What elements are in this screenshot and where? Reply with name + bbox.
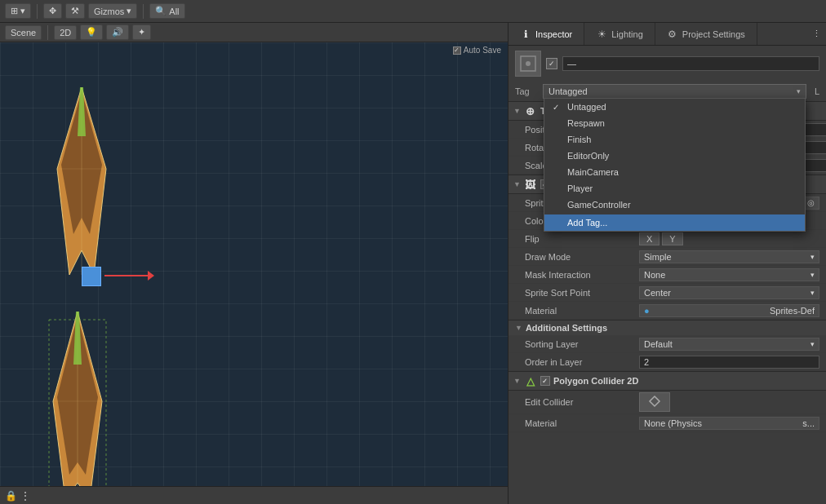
auto-save-checkbox[interactable]: ✓ [453,46,461,55]
sorting-layer-value: Default ▾ [639,338,819,351]
mask-interaction-label: Mask Interaction [525,270,639,280]
collider-material-dropdown[interactable]: None (Physics s... [639,417,819,430]
svg-marker-4 [78,87,86,136]
scene-toolbar-3d[interactable]: 2D [54,25,77,40]
scene-toolbar-fx[interactable]: ✦ [132,24,151,40]
material-icon: ● [644,306,650,316]
checkmark-icon: ✓ [553,103,562,112]
draw-mode-text: Simple [644,252,672,262]
inspector-tab-icon: ℹ [520,29,531,40]
tag-option-label: Player [567,183,593,193]
sprite-sort-point-text: Center [644,288,671,298]
collider-material-row: Material None (Physics s... [508,414,826,432]
svg-marker-13 [650,396,659,406]
tab-project-settings[interactable]: ⚙ Project Settings [655,23,757,45]
mask-interaction-text: None [644,270,665,280]
edit-collider-button[interactable] [639,392,670,412]
tag-dropdown-menu: ✓ Untagged Respawn Finish [544,98,806,232]
toolbar-btn-move[interactable]: ✥ [43,3,62,19]
scene-tab[interactable]: Scene [5,25,42,40]
draw-mode-label: Draw Mode [525,252,639,262]
transform-icon: ⊕ [524,104,537,117]
material-dropdown[interactable]: ● Sprites-Def [639,304,819,317]
tag-option-label: Untagged [567,102,606,112]
transform-arrow-icon: ▼ [513,107,521,115]
gizmos-label: Gizmos [94,7,124,16]
project-settings-tab-icon: ⚙ [667,29,678,40]
tab-inspector[interactable]: ℹ Inspector [508,23,584,45]
gizmos-arrow-icon: ▾ [127,6,131,16]
sorting-layer-arrow: ▾ [810,340,815,348]
flip-x-button[interactable]: X [639,232,659,245]
sorting-layer-dropdown[interactable]: Default ▾ [639,338,819,351]
toolbar-separator-1 [37,4,38,19]
polygon-collider-section-header[interactable]: ▼ △ ✓ Polygon Collider 2D [508,371,826,391]
inspector-panel: ℹ Inspector ☀ Lighting ⚙ Project Setting… [508,23,826,504]
scene-toolbar-sep [47,25,48,40]
toolbar-btn-layout[interactable]: ⊞ ▾ [5,3,31,19]
tag-option-respawn[interactable]: Respawn [544,115,805,131]
draw-mode-row: Draw Mode Simple ▾ [508,248,826,266]
tag-option-untagged[interactable]: ✓ Untagged [544,99,805,115]
sprite-sort-point-value: Center ▾ [639,286,819,299]
order-in-layer-row: Order in Layer [508,353,826,371]
object-icon [515,51,541,77]
order-in-layer-field[interactable] [639,356,819,369]
sprite-pick-icon: ◎ [807,198,815,207]
flip-y-button[interactable]: Y [662,232,682,245]
dots-menu-icon[interactable]: ⋮ [20,490,30,502]
scene-grid: ✓ Auto Save [0,42,508,486]
object-name-field[interactable] [562,56,819,71]
tab-lighting[interactable]: ☀ Lighting [584,23,655,45]
tag-option-label: MainCamera [567,167,619,177]
tag-dropdown[interactable]: Untagged ▾ ✓ Untagged Respawn [543,84,806,99]
polygon-collider-arrow-icon: ▼ [513,377,521,385]
toolbar-btn-tools[interactable]: ⚒ [65,3,85,19]
lock-icon: 🔒 [5,490,17,502]
draw-mode-value: Simple ▾ [639,250,819,263]
search-icon: 🔍 [155,6,167,16]
scene-panel: Scene 2D 💡 🔊 ✦ ✓ Auto Save [0,23,508,504]
material-label: Material [525,306,639,316]
additional-settings-header[interactable]: ▼ Additional Settings [508,320,826,335]
mask-interaction-value: None ▾ [639,268,819,281]
toolbar-btn-search[interactable]: 🔍 All [149,3,184,19]
sprite-renderer-icon: 🖼 [524,178,537,191]
move-arrow-x [104,275,153,276]
auto-save-label: Auto Save [464,46,501,55]
tag-option-label: Finish [567,135,591,144]
scene-content[interactable]: ✓ Auto Save [0,42,508,486]
tag-option-finish[interactable]: Finish [544,131,805,148]
sprite-renderer-arrow-icon: ▼ [513,180,521,188]
object-active-checkbox[interactable] [546,58,557,69]
lighting-tab-label: Lighting [611,29,643,39]
tag-option-main-camera[interactable]: MainCamera [544,164,805,180]
draw-mode-dropdown[interactable]: Simple ▾ [639,250,819,263]
collider-material-label: Material [525,418,639,428]
sorting-layer-label: Sorting Layer [525,339,639,349]
draw-mode-arrow: ▾ [810,253,815,261]
object-header [508,46,826,82]
sprite-top [49,87,114,275]
tag-dropdown-arrow-icon: ▾ [797,87,801,95]
scene-toolbar-audio[interactable]: 🔊 [106,24,129,40]
mask-interaction-dropdown[interactable]: None ▾ [639,268,819,281]
tag-option-label: Respawn [567,118,605,128]
sprite-sort-point-arrow: ▾ [810,289,815,297]
order-in-layer-value [639,356,819,369]
tag-option-editor-only[interactable]: EditorOnly [544,148,805,164]
sprite-sort-point-dropdown[interactable]: Center ▾ [639,286,819,299]
tag-option-player[interactable]: Player [544,180,805,197]
tag-label: Tag [515,86,540,96]
tag-row: Tag Untagged ▾ ✓ Untagged Respawn [508,82,826,101]
toolbar-btn-gizmos[interactable]: Gizmos ▾ [88,3,137,19]
collider-material-suffix: s... [802,418,815,428]
scene-toolbar-light[interactable]: 💡 [80,24,103,40]
selected-object[interactable] [82,267,101,286]
tag-option-add-tag[interactable]: Add Tag... [544,214,805,231]
tag-option-label: EditorOnly [567,151,609,161]
tag-option-game-controller[interactable]: GameController [544,197,805,213]
tabs-kebab-menu[interactable]: ⋮ [807,23,826,45]
project-settings-tab-label: Project Settings [682,29,745,39]
polygon-collider-checkbox[interactable]: ✓ [540,376,550,386]
